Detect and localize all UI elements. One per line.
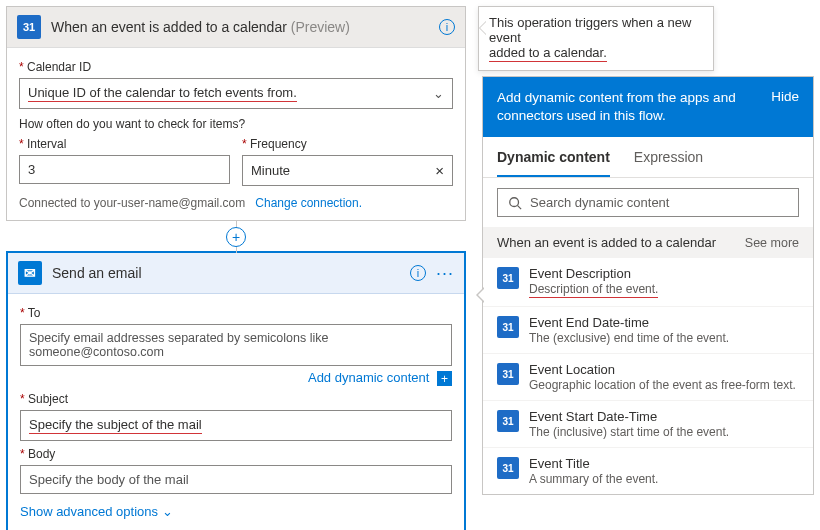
calendar-id-placeholder: Unique ID of the calendar to fetch event… [28, 85, 297, 102]
search-icon [508, 196, 522, 210]
svg-point-0 [510, 198, 519, 207]
interval-label: * Interval [19, 137, 230, 151]
dynamic-item[interactable]: 31Event Start Date-TimeThe (inclusive) s… [483, 401, 813, 448]
section-title: When an event is added to a calendar [497, 235, 716, 250]
dynamic-item[interactable]: 31Event End Date-timeThe (exclusive) end… [483, 307, 813, 354]
info-icon[interactable]: i [439, 19, 455, 35]
info-icon[interactable]: i [410, 265, 426, 281]
calendar-icon: 31 [497, 457, 519, 479]
show-advanced-link[interactable]: Show advanced options ⌄ [20, 504, 452, 519]
item-description: The (inclusive) start time of the event. [529, 425, 729, 439]
item-title: Event End Date-time [529, 315, 729, 330]
trigger-header[interactable]: 31 When an event is added to a calendar … [7, 7, 465, 48]
section-header: When an event is added to a calendar See… [483, 227, 813, 258]
body-placeholder: Specify the body of the mail [29, 472, 189, 487]
subject-label: * Subject [20, 392, 452, 406]
trigger-footer: Connected to your-user-name@gmail.com Ch… [19, 196, 453, 210]
calendar-icon: 31 [497, 316, 519, 338]
plus-icon[interactable]: + [437, 371, 452, 386]
frequency-label: * Frequency [242, 137, 453, 151]
add-step-row: + [6, 227, 466, 247]
item-description: The (exclusive) end time of the event. [529, 331, 729, 345]
calendar-icon: 31 [497, 363, 519, 385]
item-title: Event Start Date-Time [529, 409, 729, 424]
item-title: Event Title [529, 456, 658, 471]
dynamic-item[interactable]: 31Event DescriptionDescription of the ev… [483, 258, 813, 307]
email-card: ✉ Send an email i ··· * To Specify email… [6, 251, 466, 530]
calendar-icon: 31 [497, 410, 519, 432]
tab-expression[interactable]: Expression [634, 137, 703, 177]
preview-tag: (Preview) [291, 19, 350, 35]
search-input[interactable]: Search dynamic content [497, 188, 799, 217]
calendar-id-label: * Calendar ID [19, 60, 453, 74]
subject-placeholder: Specify the subject of the mail [29, 417, 202, 434]
email-header[interactable]: ✉ Send an email i ··· [8, 253, 464, 294]
item-title: Event Description [529, 266, 658, 281]
chevron-down-icon: ⌄ [433, 86, 444, 101]
trigger-title-text: When an event is added to a calendar [51, 19, 287, 35]
see-more-link[interactable]: See more [745, 236, 799, 250]
search-placeholder: Search dynamic content [530, 195, 669, 210]
svg-line-1 [518, 206, 522, 210]
item-title: Event Location [529, 362, 796, 377]
panel-header-text: Add dynamic content from the apps and co… [497, 89, 771, 125]
more-icon[interactable]: ··· [436, 268, 454, 278]
panel-header: Add dynamic content from the apps and co… [483, 77, 813, 137]
to-placeholder: Specify email addresses separated by sem… [29, 331, 443, 359]
connected-text: Connected to your-user-name@gmail.com [19, 196, 245, 210]
frequency-value: Minute [251, 163, 290, 178]
dynamic-content-panel: Add dynamic content from the apps and co… [482, 76, 814, 495]
panel-pointer-icon [473, 287, 483, 303]
panel-tabs: Dynamic content Expression [483, 137, 813, 178]
calendar-icon: 31 [497, 267, 519, 289]
trigger-title: When an event is added to a calendar (Pr… [51, 19, 350, 35]
subject-input[interactable]: Specify the subject of the mail [20, 410, 452, 441]
tab-dynamic-content[interactable]: Dynamic content [497, 137, 610, 177]
to-input[interactable]: Specify email addresses separated by sem… [20, 324, 452, 366]
hide-link[interactable]: Hide [771, 89, 799, 125]
frequency-select[interactable]: Minute × [242, 155, 453, 186]
to-label: * To [20, 306, 452, 320]
chevron-down-icon: ⌄ [162, 504, 173, 519]
calendar-icon: 31 [17, 15, 41, 39]
how-often-label: How often do you want to check for items… [19, 117, 453, 131]
dynamic-item[interactable]: 31Event LocationGeographic location of t… [483, 354, 813, 401]
body-input[interactable]: Specify the body of the mail [20, 465, 452, 494]
interval-value: 3 [28, 162, 35, 177]
calendar-id-select[interactable]: Unique ID of the calendar to fetch event… [19, 78, 453, 109]
outlook-icon: ✉ [18, 261, 42, 285]
trigger-card: 31 When an event is added to a calendar … [6, 6, 466, 221]
interval-input[interactable]: 3 [19, 155, 230, 184]
info-tooltip: This operation triggers when a new event… [478, 6, 714, 71]
clear-icon[interactable]: × [435, 162, 444, 179]
item-description: A summary of the event. [529, 472, 658, 486]
item-description: Description of the event. [529, 282, 658, 298]
item-description: Geographic location of the event as free… [529, 378, 796, 392]
change-connection-link[interactable]: Change connection. [255, 196, 362, 210]
dynamic-item[interactable]: 31Event TitleA summary of the event. [483, 448, 813, 494]
add-step-button[interactable]: + [226, 227, 246, 247]
add-dynamic-content-link[interactable]: Add dynamic content [308, 370, 429, 385]
body-label: * Body [20, 447, 452, 461]
email-title: Send an email [52, 265, 142, 281]
